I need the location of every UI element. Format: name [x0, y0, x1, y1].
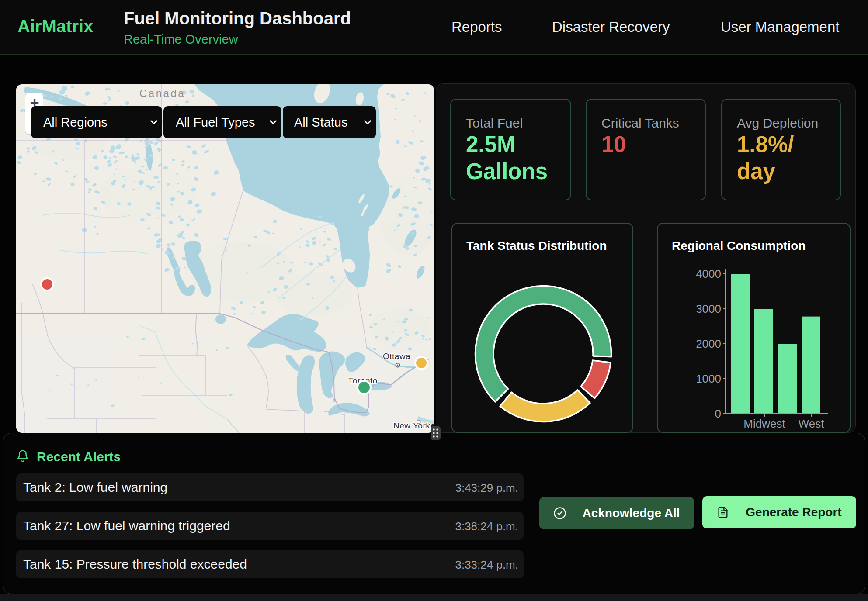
svg-text:0: 0 — [715, 407, 721, 420]
svg-text:Ottawa: Ottawa — [383, 352, 410, 361]
svg-text:2000: 2000 — [696, 337, 721, 350]
svg-text:Canada: Canada — [139, 87, 185, 99]
svg-text:3000: 3000 — [696, 302, 721, 315]
svg-text:West: West — [799, 417, 825, 430]
svg-text:1000: 1000 — [696, 372, 721, 385]
svg-text:4000: 4000 — [696, 267, 721, 280]
svg-text:New York: New York — [393, 421, 430, 430]
svg-text:Midwest: Midwest — [743, 417, 785, 430]
